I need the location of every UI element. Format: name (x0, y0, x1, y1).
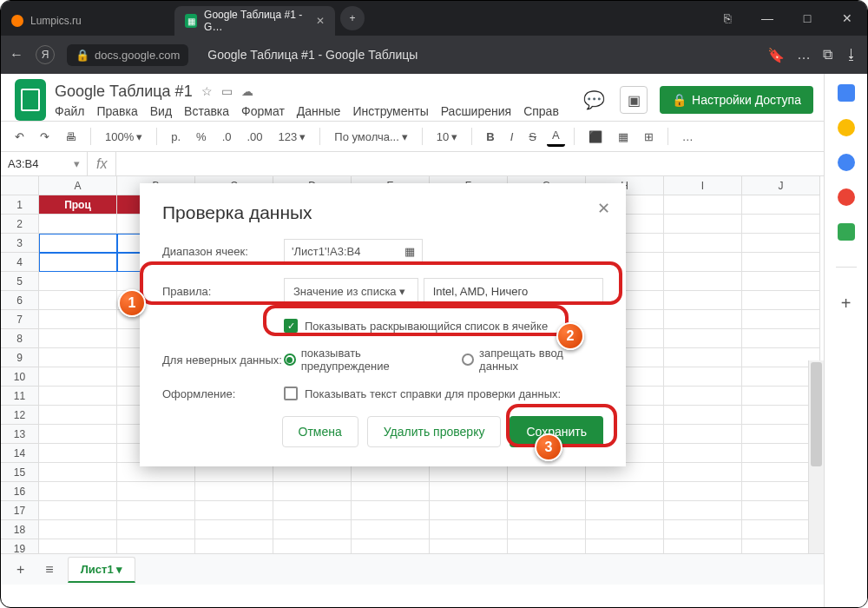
cell[interactable] (664, 253, 742, 272)
cell[interactable] (39, 482, 117, 501)
maximize-button[interactable]: □ (787, 1, 827, 36)
add-addon-button[interactable]: + (841, 294, 852, 314)
cell[interactable] (39, 501, 117, 520)
cell[interactable]: Проц (39, 195, 117, 215)
address-bar[interactable]: 🔒 docs.google.com (67, 44, 188, 66)
minimize-button[interactable]: — (747, 1, 787, 36)
cell[interactable] (664, 310, 742, 329)
row-header[interactable]: 8 (1, 329, 39, 348)
cell[interactable] (273, 482, 352, 501)
tasks-icon[interactable] (838, 154, 855, 171)
cell[interactable] (742, 253, 820, 272)
cell[interactable] (39, 444, 117, 463)
cell[interactable] (39, 291, 117, 310)
borders-button[interactable]: ▦ (613, 128, 634, 146)
extensions-icon[interactable]: ⧉ (823, 47, 832, 63)
cell[interactable] (39, 406, 117, 425)
cell[interactable] (273, 520, 352, 539)
font-size[interactable]: 10 ▾ (431, 128, 463, 146)
browser-tab-active[interactable]: ▦ Google Таблица #1 - G… ✕ (174, 6, 335, 36)
rules-dropdown[interactable]: Значение из списка ▾ (284, 278, 418, 305)
present-icon[interactable]: ▣ (620, 86, 648, 114)
row-header[interactable]: 6 (1, 291, 39, 310)
help-text-checkbox[interactable] (284, 387, 298, 400)
cell[interactable] (664, 520, 742, 539)
vertical-scrollbar[interactable] (808, 360, 824, 553)
cell[interactable] (664, 387, 742, 406)
cell[interactable] (664, 406, 742, 425)
row-header[interactable]: 16 (1, 482, 39, 501)
cell[interactable] (39, 253, 117, 272)
increase-decimal[interactable]: .00 (242, 128, 268, 146)
cell[interactable] (39, 234, 117, 253)
row-header[interactable]: 5 (1, 272, 39, 291)
strike-button[interactable]: S (523, 128, 542, 146)
cell[interactable] (352, 501, 430, 520)
cell[interactable] (664, 291, 742, 310)
cell[interactable] (742, 195, 820, 215)
row-header[interactable]: 12 (1, 406, 39, 425)
share-button[interactable]: 🔒 Настройки Доступа (660, 86, 813, 114)
cell[interactable] (39, 348, 117, 367)
cell[interactable] (664, 348, 742, 367)
col-header[interactable]: I (664, 176, 742, 195)
cell[interactable] (195, 482, 273, 501)
menu-help[interactable]: Справ (523, 104, 559, 118)
document-title[interactable]: Google Таблица #1 (55, 83, 193, 101)
row-header[interactable]: 17 (1, 501, 39, 520)
cell[interactable] (352, 482, 430, 501)
new-tab-button[interactable]: + (340, 6, 365, 30)
cell[interactable] (39, 272, 117, 291)
radio-show-warning[interactable] (284, 354, 296, 366)
menu-insert[interactable]: Вставка (184, 104, 229, 118)
cell[interactable] (508, 520, 586, 539)
menu-tools[interactable]: Инструменты (352, 104, 428, 118)
cell[interactable] (664, 272, 742, 291)
cell[interactable] (508, 501, 586, 520)
row-header[interactable]: 15 (1, 463, 39, 482)
col-header[interactable]: A (39, 176, 117, 195)
downloads-icon[interactable]: ⭳ (845, 47, 858, 63)
cell[interactable] (742, 215, 820, 234)
cell[interactable] (39, 520, 117, 539)
cancel-button[interactable]: Отмена (282, 416, 358, 447)
menu-edit[interactable]: Правка (96, 104, 137, 118)
text-color[interactable]: A (547, 126, 565, 147)
menu-file[interactable]: Файл (55, 104, 84, 118)
zoom-dropdown[interactable]: 100% ▾ (100, 128, 148, 146)
star-icon[interactable]: ☆ (201, 84, 213, 98)
cell[interactable] (586, 520, 664, 539)
cell[interactable] (586, 482, 664, 501)
cell[interactable] (195, 520, 273, 539)
more-tools[interactable]: … (677, 128, 699, 146)
col-header[interactable]: J (742, 176, 820, 195)
percent-button[interactable]: % (191, 128, 212, 146)
cell[interactable] (430, 482, 508, 501)
all-sheets-button[interactable]: ≡ (38, 558, 60, 581)
contacts-icon[interactable] (838, 188, 855, 206)
cell[interactable] (39, 215, 117, 234)
cell[interactable] (195, 501, 273, 520)
cell[interactable] (664, 329, 742, 348)
hub-icon[interactable]: ⎘ (707, 1, 747, 36)
close-tab-icon[interactable]: ✕ (316, 15, 325, 27)
move-icon[interactable]: ▭ (221, 84, 233, 98)
cell[interactable] (117, 482, 195, 501)
menu-format[interactable]: Формат (241, 104, 285, 118)
back-button[interactable]: ← (10, 47, 23, 63)
font-dropdown[interactable]: По умолча... ▾ (329, 128, 413, 146)
row-header[interactable]: 7 (1, 310, 39, 329)
row-header[interactable]: 1 (1, 195, 39, 215)
cell[interactable] (742, 272, 820, 291)
browser-tab-inactive[interactable]: Lumpics.ru (1, 6, 174, 36)
cell[interactable] (39, 387, 117, 406)
cell[interactable] (508, 482, 586, 501)
more-icon[interactable]: … (797, 47, 811, 63)
print-button[interactable]: 🖶 (60, 128, 82, 146)
bold-button[interactable]: B (481, 128, 499, 146)
sheet-tab[interactable]: Лист1 ▾ (68, 557, 136, 583)
row-header[interactable]: 10 (1, 367, 39, 387)
cell[interactable] (39, 329, 117, 348)
rules-values-input[interactable]: Intel, AMD, Ничего (424, 278, 603, 305)
cell[interactable] (664, 463, 742, 482)
